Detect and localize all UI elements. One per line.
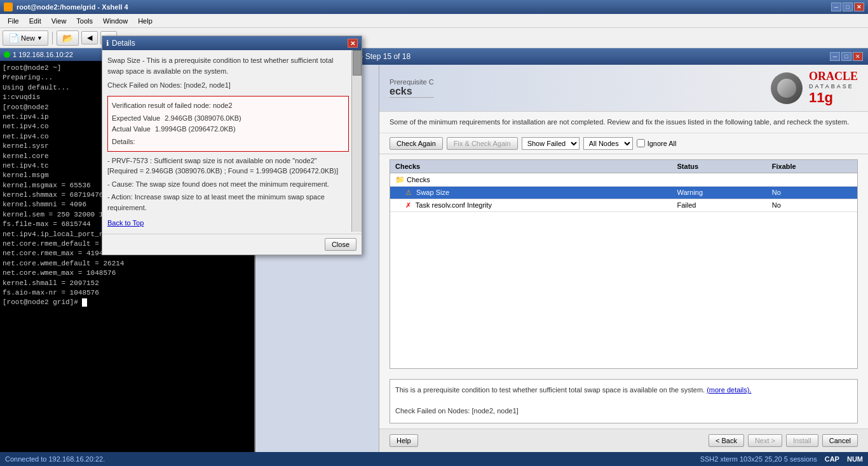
back-to-top-link[interactable]: Back to Top <box>107 219 144 227</box>
minimize-button[interactable]: ─ <box>831 3 841 11</box>
back-button[interactable]: ◀ <box>81 31 98 44</box>
oracle-logo-text: ORACLE <box>809 70 858 83</box>
checks-group-cell: 📁 Checks <box>390 173 672 186</box>
expected-row: Expected Value 2.946GB (3089076.0KB) <box>112 113 344 124</box>
details-dialog: ℹ Details ✕ Swap Size - This is a prereq… <box>102 36 362 255</box>
dialog-scroll-thumb[interactable] <box>353 50 362 76</box>
next-button[interactable]: Next > <box>748 434 782 447</box>
table-row[interactable]: ⚠ Swap Size Warning No <box>390 186 857 199</box>
new-icon: 📄 <box>8 33 19 43</box>
window-title: root@node2:/home/grid - Xshell 4 <box>17 3 128 11</box>
help-button[interactable]: Help <box>390 434 418 447</box>
show-filter-select[interactable]: Show Failed Show All <box>522 137 580 150</box>
oracle-logo: ORACLE DATABASE 11g <box>771 70 858 106</box>
window-titlebar: root@node2:/home/grid - Xshell 4 ─ □ ✕ <box>0 0 868 14</box>
table-row[interactable]: 📁 Checks <box>390 173 857 186</box>
detail-line-1: - PRVF-7573 : Sufficient swap size is no… <box>107 156 349 176</box>
resolv-fixable: No <box>767 199 857 211</box>
nodes-filter-select[interactable]: All Nodes <box>583 137 633 150</box>
terminal-line: fs.aio-max-nr = 1048576 <box>3 288 252 298</box>
oracle-header: Prerequisite C ecks <box>379 65 868 112</box>
install-button[interactable]: Install <box>786 434 818 447</box>
ignore-all-label: Ignore All <box>648 140 677 147</box>
maximize-button[interactable]: □ <box>843 3 853 11</box>
back-icon: ◀ <box>87 34 92 42</box>
check-again-button[interactable]: Check Again <box>390 137 443 150</box>
ignore-all-checkbox[interactable] <box>637 139 645 147</box>
cancel-button[interactable]: Cancel <box>822 434 858 447</box>
oracle-main-content: Prerequisite C ecks <box>379 65 868 452</box>
oracle-close-button[interactable]: ✕ <box>853 52 863 61</box>
oracle-footer: Help < Back Next > Install Cancel <box>379 429 868 452</box>
titlebar-controls: ─ □ ✕ <box>831 3 864 11</box>
menu-edit[interactable]: Edit <box>24 16 46 26</box>
swap-fixable: No <box>767 186 857 199</box>
terminal-line: kernel.shmall = 2097152 <box>3 279 252 288</box>
failed-nodes-text: Check Failed on Nodes: [node2, node1] <box>395 407 519 415</box>
ignore-all-checkbox-label: Ignore All <box>637 139 677 147</box>
detail-lines: - PRVF-7573 : Sufficient swap size is no… <box>107 156 349 213</box>
menu-window[interactable]: Window <box>98 16 133 26</box>
oracle-check-toolbar: Check Again Fix & Check Again Show Faile… <box>379 133 868 154</box>
oracle-section-subtitle: Prerequisite C <box>390 78 434 86</box>
more-details-link[interactable]: (more details). <box>707 386 751 394</box>
checks-area: Checks Status Fixable 📁 <box>379 154 868 375</box>
oracle-description: Some of the minimum requirements for ins… <box>379 112 868 133</box>
oracle-checks-title: ecks <box>390 86 434 98</box>
dialog-footer: Close <box>102 234 362 255</box>
terminal-title: 1 192.168.16.10:22 <box>13 51 73 58</box>
footer-right-buttons: < Back Next > Install Cancel <box>709 434 858 447</box>
dialog-close-button-bottom[interactable]: Close <box>325 238 356 251</box>
toolbar-separator-1 <box>52 32 53 44</box>
menu-view[interactable]: View <box>46 16 72 26</box>
col-status: Status <box>672 160 767 173</box>
detail-line-3: - Action: Increase swap size to at least… <box>107 192 349 213</box>
menu-help[interactable]: Help <box>133 16 158 26</box>
oracle-gear-icon <box>771 72 803 104</box>
window-icon <box>4 3 13 11</box>
session-info: SSH2 xterm 103x25 25,20 5 sessions <box>700 455 817 463</box>
checks-group-label: Checks <box>407 176 430 183</box>
dialog-close-button[interactable]: ✕ <box>348 39 358 48</box>
new-label: New <box>21 34 35 42</box>
oracle-titlebar-controls: ─ □ ✕ <box>830 52 863 61</box>
error-details-box: Verification result of failed node: node… <box>107 96 349 152</box>
statusbar: Connected to 192.168.16.20:22. SSH2 xter… <box>0 452 868 466</box>
col-checks: Checks <box>390 160 672 173</box>
back-nav-button[interactable]: < Back <box>709 434 744 447</box>
terminal-line: [root@node2 grid]# <box>3 298 252 307</box>
open-button[interactable]: 📂 <box>57 30 79 46</box>
resolv-status: Failed <box>672 199 767 211</box>
terminal-cursor <box>82 298 87 307</box>
swap-size-cell: ⚠ Swap Size <box>390 186 672 199</box>
menu-tools[interactable]: Tools <box>71 16 98 26</box>
checks-table: Checks Status Fixable 📁 <box>390 159 858 369</box>
warning-icon: ⚠ <box>405 189 412 196</box>
checks-data-table: Checks Status Fixable 📁 <box>390 160 857 212</box>
menu-file[interactable]: File <box>3 16 24 26</box>
menubar: File Edit View Tools Window Help <box>0 14 868 28</box>
table-row[interactable]: ✗ Task resolv.conf Integrity Failed No <box>390 199 857 211</box>
swap-status: Warning <box>672 186 767 199</box>
actual-row: Actual Value 1.9994GB (2096472.0KB) <box>112 124 344 135</box>
details-label: Details: <box>112 136 344 147</box>
oracle-desc-bottom: This is a prerequisite condition to test… <box>390 379 858 423</box>
dialog-icon: ℹ <box>106 39 109 48</box>
new-button[interactable]: 📄 New ▼ <box>3 30 48 46</box>
swap-size-label: Swap Size <box>416 189 449 196</box>
checks-group-fixable <box>767 173 857 186</box>
resolv-label: Task resolv.conf Integrity <box>416 201 492 209</box>
dialog-titlebar: ℹ Details ✕ <box>102 36 362 50</box>
fix-check-again-button[interactable]: Fix & Check Again <box>447 137 518 150</box>
col-fixable: Fixable <box>767 160 857 173</box>
oracle-maximize-button[interactable]: □ <box>841 52 851 61</box>
oracle-desc-text: Some of the minimum requirements for ins… <box>390 118 849 126</box>
new-dropdown-icon[interactable]: ▼ <box>37 35 43 41</box>
dialog-body: Swap Size - This is a prerequisite condi… <box>102 50 362 234</box>
oracle-minimize-button[interactable]: ─ <box>830 52 840 61</box>
dialog-scrollbar[interactable] <box>351 50 362 232</box>
bottom-desc-text: This is a prerequisite condition to test… <box>395 386 705 394</box>
connection-status: Connected to 192.168.16.20:22. <box>5 455 105 463</box>
close-button[interactable]: ✕ <box>854 3 864 11</box>
back-to-top-container: Back to Top <box>107 218 349 229</box>
